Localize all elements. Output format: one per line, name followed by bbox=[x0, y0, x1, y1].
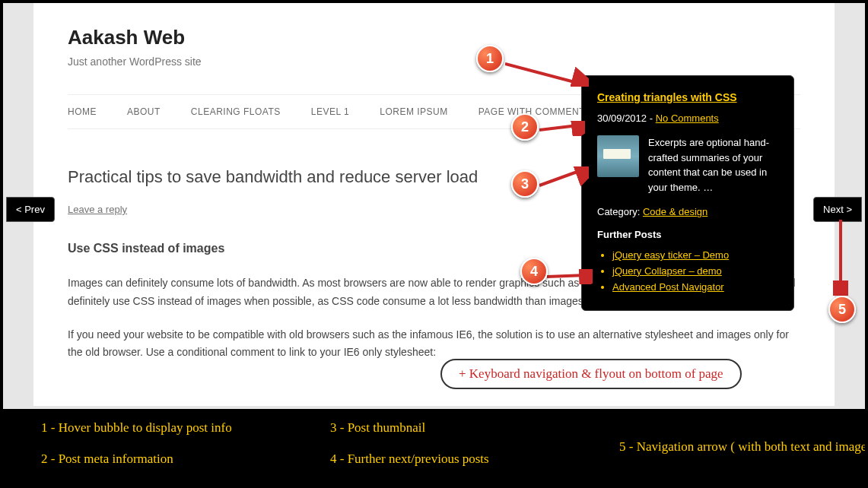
hover-bubble: Creating triangles with CSS 30/09/2012 -… bbox=[581, 75, 794, 311]
leave-reply-link[interactable]: Leave a reply bbox=[68, 204, 127, 215]
site-title: Aakash Web bbox=[68, 26, 800, 49]
arrow-icon bbox=[539, 121, 585, 136]
bubble-category: Category: Code & design bbox=[597, 206, 778, 217]
nav-item-clearing-floats[interactable]: CLEARING FLOATS bbox=[191, 95, 281, 128]
legend-item-2: 2 - Post meta information bbox=[41, 452, 323, 474]
category-link[interactable]: Code & design bbox=[643, 206, 707, 217]
arrow-icon bbox=[833, 220, 848, 296]
further-post-link[interactable]: Advanced Post Navigator bbox=[612, 280, 778, 296]
post-paragraph: If you need your website to be compatibl… bbox=[68, 326, 800, 363]
arrow-icon bbox=[547, 269, 593, 284]
post-thumbnail[interactable] bbox=[597, 135, 639, 177]
svg-line-1 bbox=[539, 125, 577, 130]
legend-item-3: 3 - Post thumbnail bbox=[330, 420, 612, 442]
bubble-post-title[interactable]: Creating triangles with CSS bbox=[597, 91, 737, 103]
nav-item-lorem-ipsum[interactable]: LOREM IPSUM bbox=[380, 95, 448, 128]
callout-1: 1 bbox=[476, 45, 504, 72]
callout-3: 3 bbox=[511, 170, 539, 198]
nav-item-level-1[interactable]: LEVEL 1 bbox=[311, 95, 349, 128]
prev-button[interactable]: < Prev bbox=[6, 197, 55, 222]
bubble-excerpt: Excerpts are optional hand-crafted summa… bbox=[648, 135, 778, 195]
legend: 1 - Hover bubble to display post info 2 … bbox=[3, 409, 865, 485]
svg-line-3 bbox=[547, 275, 585, 277]
svg-line-0 bbox=[505, 64, 577, 83]
svg-line-2 bbox=[539, 170, 581, 185]
arrow-icon bbox=[505, 56, 589, 87]
further-post-link[interactable]: jQuery easy ticker – Demo bbox=[612, 248, 778, 264]
nav-item-home[interactable]: HOME bbox=[68, 95, 97, 128]
bubble-date: 30/09/2012 bbox=[597, 112, 647, 124]
nav-item-about[interactable]: ABOUT bbox=[127, 95, 161, 128]
legend-item-4: 4 - Further next/previous posts bbox=[330, 452, 612, 474]
bubble-comments-link[interactable]: No Comments bbox=[656, 112, 719, 124]
keyboard-nav-note: + Keyboard navigation & flyout on bottom… bbox=[440, 359, 742, 389]
callout-4: 4 bbox=[520, 258, 548, 285]
next-button[interactable]: Next > bbox=[813, 197, 862, 222]
callout-5: 5 bbox=[828, 296, 856, 323]
tagline: Just another WordPress site bbox=[68, 55, 800, 68]
legend-item-1: 1 - Hover bubble to display post info bbox=[41, 420, 323, 442]
arrow-icon bbox=[539, 166, 589, 189]
callout-2: 2 bbox=[511, 113, 539, 141]
further-posts-list: jQuery easy ticker – Demo jQuery Collaps… bbox=[597, 248, 778, 295]
further-post-link[interactable]: jQuery Collapser – demo bbox=[612, 264, 778, 280]
further-posts-heading: Further Posts bbox=[597, 229, 778, 240]
bubble-meta: 30/09/2012 - No Comments bbox=[597, 112, 778, 124]
legend-item-5: 5 - Navigation arrow ( with both text an… bbox=[619, 437, 868, 457]
